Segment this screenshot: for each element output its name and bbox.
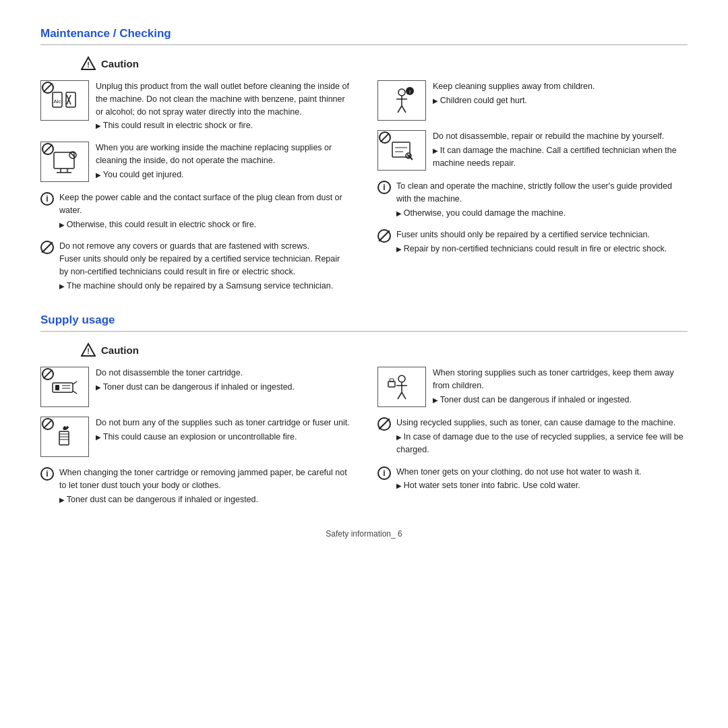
maint-right-item-1: ! Keep cleaning supplies away from child… — [377, 80, 688, 121]
no-operate-icon-box — [40, 142, 89, 182]
maintenance-right: ! Keep cleaning supplies away from child… — [377, 80, 688, 301]
no-disassemble-icon-box — [377, 130, 426, 171]
maint-left-text-1: Unplug this product from the wall outlet… — [96, 80, 351, 132]
maint-right-item-2: Do not disassemble, repair or rebuild th… — [377, 130, 688, 171]
maint-left-item-4: Do not remove any covers or guards that … — [40, 240, 351, 292]
section-title-maintenance: Maintenance / Checking — [40, 27, 688, 40]
svg-line-17 — [402, 106, 406, 113]
no-circle-icon-2 — [377, 229, 391, 243]
no-circle-icon-3 — [377, 417, 391, 431]
maintenance-left: Alc Unplug this product from the wall ou… — [40, 80, 351, 301]
caution-label-maintenance: Caution — [101, 58, 139, 69]
no-sign-2 — [42, 143, 54, 155]
caution-header-maintenance: ! Caution — [81, 56, 688, 71]
page: Maintenance / Checking ! Caution — [0, 0, 728, 559]
supply-right-text-1: When storing supplies such as toner cart… — [433, 367, 688, 406]
caution-header-supply: ! Caution — [81, 342, 688, 357]
svg-line-16 — [398, 106, 402, 113]
supply-right: When storing supplies such as toner cart… — [377, 367, 688, 515]
svg-point-13 — [398, 89, 405, 96]
supply-left-item-1: Do not disassemble the toner cartridge. … — [40, 367, 351, 407]
svg-rect-42 — [388, 382, 395, 387]
section-title-supply: Supply usage — [40, 313, 688, 327]
supply-left-item-3: i When changing the toner cartridge or r… — [40, 466, 351, 506]
maint-left-item-1: Alc Unplug this product from the wall ou… — [40, 80, 351, 132]
child-safe-icon: ! — [384, 86, 419, 115]
maint-right-text-2: Do not disassemble, repair or rebuild th… — [433, 130, 688, 169]
child-toner-icon-box — [377, 367, 426, 407]
supply-right-item-1: When storing supplies such as toner cart… — [377, 367, 688, 407]
supply-left-arrow-1: Toner dust can be dangerous if inhaled o… — [96, 381, 351, 394]
page-footer: Safety information_ 6 — [40, 529, 688, 539]
maint-right-arrow-3: Otherwise, you could damage the machine. — [396, 207, 688, 220]
svg-rect-7 — [54, 152, 74, 169]
i-circle-icon-4: i — [377, 466, 391, 480]
maint-right-text-3: To clean and operate the machine, strict… — [396, 180, 688, 219]
child-safe-icon-box: ! — [377, 80, 426, 121]
supply-left-text-2: Do not burn any of the supplies such as … — [96, 417, 351, 444]
supply-left-text-3: When changing the toner cartridge or rem… — [59, 466, 351, 506]
section-supply: Supply usage ! Caution — [40, 313, 688, 515]
supply-left-arrow-2: This could cause an explosion or uncontr… — [96, 431, 351, 444]
supply-right-item-3: i When toner gets on your clothing, do n… — [377, 466, 688, 493]
maint-left-arrow-2: You could get injured. — [96, 169, 351, 181]
i-circle-icon-3: i — [40, 467, 54, 481]
supply-left-arrow-3: Toner dust can be dangerous if inhaled o… — [59, 493, 351, 506]
svg-text:!: ! — [409, 89, 411, 95]
maint-right-item-3: i To clean and operate the machine, stri… — [377, 180, 688, 219]
svg-line-32 — [73, 391, 77, 394]
section-divider-supply — [40, 331, 688, 332]
maint-left-arrow-1: This could result in electric shock or f… — [96, 119, 351, 132]
supply-right-text-2: Using recycled supplies, such as toner, … — [396, 417, 688, 456]
no-chemicals-icon-box: Alc — [40, 80, 89, 121]
maint-left-text-2: When you are working inside the machine … — [96, 142, 351, 181]
maint-left-item-2: When you are working inside the machine … — [40, 142, 351, 182]
svg-text:Alc: Alc — [53, 98, 61, 104]
section-maintenance: Maintenance / Checking ! Caution — [40, 27, 688, 301]
no-sign-3 — [379, 131, 391, 144]
maint-left-text-3: Keep the power cable and the contact sur… — [59, 191, 351, 231]
section-divider-maintenance — [40, 44, 688, 45]
no-burn-icon-box — [40, 417, 89, 457]
maint-right-item-4: Fuser units should only be repaired by a… — [377, 229, 688, 255]
maint-left-arrow-4: The machine should only be repaired by a… — [59, 280, 351, 293]
svg-line-31 — [73, 382, 77, 384]
maint-left-item-3: i Keep the power cable and the contact s… — [40, 191, 351, 231]
no-circle-icon-1 — [40, 241, 54, 254]
svg-rect-4 — [66, 92, 75, 107]
svg-text:!: ! — [87, 347, 90, 355]
supply-columns: Do not disassemble the toner cartridge. … — [40, 367, 688, 515]
supply-right-arrow-3: Hot water sets toner into fabric. Use co… — [396, 479, 688, 492]
maint-left-arrow-3: Otherwise, this could result in electric… — [59, 218, 351, 231]
caution-triangle-icon: ! — [81, 56, 96, 71]
maint-left-text-4: Do not remove any covers or guards that … — [59, 240, 351, 292]
no-toner-icon-box — [40, 367, 89, 407]
child-toner-icon — [384, 372, 419, 402]
svg-point-37 — [398, 375, 405, 382]
svg-line-40 — [398, 392, 402, 399]
maint-right-arrow-2: It can damage the machine. Call a certif… — [433, 144, 688, 170]
caution-label-supply: Caution — [101, 344, 139, 356]
supply-right-arrow-2: In case of damage due to the use of recy… — [396, 431, 688, 456]
svg-rect-28 — [55, 385, 59, 390]
supply-right-item-2: Using recycled supplies, such as toner, … — [377, 417, 688, 456]
maint-right-text-1: Keep cleaning supplies away from childre… — [433, 80, 688, 107]
supply-left-item-2: Do not burn any of the supplies such as … — [40, 417, 351, 457]
supply-right-arrow-1: Toner dust can be dangerous if inhaled o… — [433, 394, 688, 406]
caution-triangle-icon-2: ! — [81, 342, 96, 357]
supply-left-text-1: Do not disassemble the toner cartridge. … — [96, 367, 351, 394]
maintenance-columns: Alc Unplug this product from the wall ou… — [40, 80, 688, 301]
no-sign-1 — [42, 82, 54, 94]
supply-left: Do not disassemble the toner cartridge. … — [40, 367, 351, 515]
i-circle-icon-1: i — [40, 192, 54, 206]
svg-text:!: ! — [87, 61, 90, 69]
svg-rect-33 — [59, 431, 69, 445]
supply-right-text-3: When toner gets on your clothing, do not… — [396, 466, 688, 493]
maint-right-arrow-4: Repair by non-certified technicians coul… — [396, 243, 688, 255]
maint-right-text-4: Fuser units should only be repaired by a… — [396, 229, 688, 255]
maint-right-arrow-1: Children could get hurt. — [433, 94, 688, 107]
i-circle-icon-2: i — [377, 181, 391, 194]
svg-line-41 — [402, 392, 406, 399]
